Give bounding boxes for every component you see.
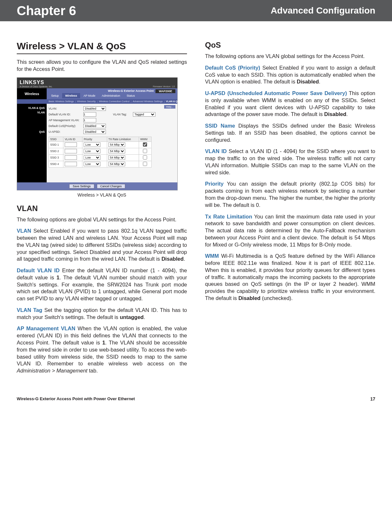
brand-logo: LINKSYS	[20, 80, 52, 85]
subtab-basic[interactable]: Basic Wireless Settings	[49, 100, 74, 103]
vlan-tag-select[interactable]: Tagged	[133, 112, 155, 117]
txrate-select[interactable]: 54 Mbps	[108, 142, 125, 147]
txrate-select[interactable]: 54 Mbps	[108, 155, 125, 160]
side-section-label: Wireless	[17, 88, 47, 99]
col-ssid: SSID	[49, 137, 63, 141]
default-vlan-id-label: Default VLAN ID:	[49, 113, 81, 116]
txrate-select[interactable]: 54 Mbps	[108, 149, 125, 153]
col-txrate: TX Rate Limitation	[107, 137, 139, 141]
ssid-grid: SSID VLAN ID Priority TX Rate Limitation…	[49, 137, 152, 168]
priority-select[interactable]: Low	[84, 162, 100, 166]
chapter-banner: Chapter 6 Advanced Configuration	[0, 0, 392, 21]
default-vlan-id-input[interactable]	[83, 112, 96, 117]
router-screenshot: LINKSYS A Division of Cisco Systems, Inc…	[17, 77, 178, 190]
wmm-checkbox[interactable]	[143, 142, 147, 147]
uapsd-label: U-APSD:	[49, 130, 81, 133]
qos-item: SSID Name Displays the SSIDs defined und…	[205, 122, 375, 143]
vlan-heading: VLAN	[17, 204, 187, 213]
vlan-intro: The following options are global VLAN se…	[17, 216, 187, 223]
qos-item: WMM Wi-Fi Multimedia is a QoS feature de…	[205, 253, 375, 302]
chapter-label: Chapter 6	[17, 4, 76, 18]
firmware-version: Firmware Version: 1.0	[153, 85, 175, 88]
table-row: SSID 2 Low 54 Mbps	[49, 148, 152, 154]
subtab-vlanqos[interactable]: VLAN & QoS	[166, 100, 181, 103]
txrate-select[interactable]: 54 Mbps	[108, 162, 125, 166]
tab-apmode[interactable]: AP Mode	[80, 93, 98, 98]
vlan-item: VLAN Select Enabled if you want to pass …	[17, 227, 187, 263]
settings-form: Help VLAN: Disabled Default VLAN ID: VLA…	[47, 104, 177, 182]
brand-subtitle: A Division of Cisco Systems, Inc.	[20, 85, 52, 88]
vlanid-input[interactable]	[65, 155, 77, 160]
model-label: WAP200E	[155, 89, 175, 93]
main-tabs: Setup Wireless AP Mode Administration St…	[47, 93, 177, 98]
vlan-item: Default VLAN ID Enter the default VLAN I…	[17, 267, 187, 302]
table-row: SSID 1 Low 54 Mbps	[49, 141, 152, 148]
page-footer: Wireless-G Exterior Access Point with Po…	[0, 396, 392, 411]
footer-product: Wireless-G Exterior Access Point with Po…	[17, 396, 135, 401]
section-label: Advanced Configuration	[271, 5, 375, 16]
table-row: SSID 3 Low 54 Mbps	[49, 154, 152, 161]
save-button[interactable]: Save Settings	[69, 184, 94, 189]
default-cos-select[interactable]: Disabled	[83, 124, 106, 128]
leftnav-vlanqos: VLAN & QoS	[17, 106, 47, 110]
tab-administration[interactable]: Administration	[98, 93, 123, 98]
wmm-checkbox[interactable]	[143, 162, 147, 166]
left-nav: VLAN & QoS VLAN QoS	[17, 104, 47, 182]
qos-intro: The following options are VLAN global se…	[205, 53, 375, 60]
priority-select[interactable]: Low	[84, 142, 100, 147]
page-title: Wireless > VLAN & QoS	[17, 41, 187, 54]
footer-page-number: 17	[370, 396, 375, 401]
qos-item: U-APSD (Unscheduled Automatic Power Save…	[205, 90, 375, 118]
vlan-select[interactable]: Disabled	[83, 106, 106, 111]
vlanid-input[interactable]	[65, 162, 77, 166]
priority-select[interactable]: Low	[84, 155, 100, 160]
vlan-label: VLAN:	[49, 107, 81, 110]
help-link[interactable]: Help	[164, 105, 175, 109]
subtab-conn[interactable]: Wireless Connection Control	[99, 100, 129, 103]
qos-heading: QoS	[205, 41, 375, 50]
cancel-button[interactable]: Cancel Changes	[97, 184, 126, 189]
right-column: QoS The following options are VLAN globa…	[205, 41, 375, 379]
sub-tabs: Basic Wireless Settings| Wireless Securi…	[17, 99, 177, 104]
col-priority: Priority	[82, 137, 107, 141]
ap-mgmt-vlan-input[interactable]	[83, 118, 96, 122]
wmm-checkbox[interactable]	[143, 149, 147, 153]
vlanid-input[interactable]	[65, 142, 77, 147]
priority-select[interactable]: Low	[84, 149, 100, 153]
ap-mgmt-vlan-label: AP Management VLAN:	[49, 119, 81, 122]
vlan-item: AP Management VLAN When the VLAN option …	[17, 325, 187, 374]
col-wmm: WMM	[139, 137, 151, 141]
tab-wireless[interactable]: Wireless	[62, 93, 80, 98]
qos-item: Default CoS (Priority) Select Enabled if…	[205, 64, 375, 85]
subtab-security[interactable]: Wireless Security	[77, 100, 96, 103]
qos-item: VLAN ID Select a VLAN ID (1 - 4094) for …	[205, 148, 375, 176]
col-vlanid: VLAN ID	[63, 137, 82, 141]
table-row: SSID 4 Low 54 Mbps	[49, 161, 152, 167]
vlanid-input[interactable]	[65, 149, 77, 153]
default-cos-label: Default CoS(Priority):	[49, 124, 81, 128]
leftnav-qos: QoS	[17, 130, 47, 134]
figure-caption: Wireless > VLAN & QoS	[17, 192, 187, 198]
qos-item: Tx Rate Limitation You can limit the max…	[205, 213, 375, 248]
wmm-checkbox[interactable]	[143, 155, 147, 160]
intro-text: This screen allows you to configure the …	[17, 59, 187, 73]
uapsd-select[interactable]: Disabled	[83, 130, 106, 134]
vlan-tag-label: VLAN Tag:	[113, 113, 131, 116]
left-column: Wireless > VLAN & QoS This screen allows…	[17, 41, 187, 379]
tab-setup[interactable]: Setup	[48, 93, 62, 98]
qos-item: Priority You can assign the default prio…	[205, 180, 375, 208]
leftnav-vlan: VLAN	[17, 110, 47, 115]
tab-status[interactable]: Status	[123, 93, 138, 98]
product-name: Wireless-G Exterior Access Point	[108, 89, 154, 93]
subtab-advanced[interactable]: Advanced Wireless Settings	[133, 100, 163, 103]
vlan-item: VLAN Tag Set the tagging option for the …	[17, 307, 187, 321]
